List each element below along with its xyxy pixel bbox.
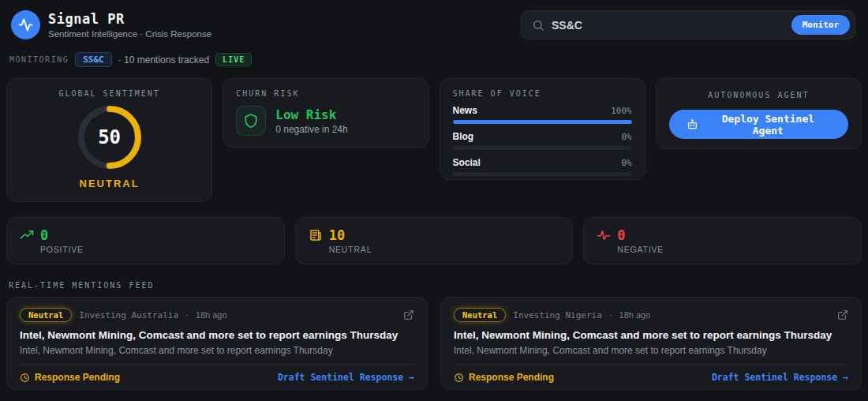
newspaper-icon [309, 228, 323, 242]
mention-source: Investing Australia [79, 310, 178, 320]
negative-label: NEGATIVE [617, 245, 664, 254]
sov-channel-pct: 0% [622, 132, 632, 142]
draft-response-link[interactable]: Draft Sentinel Response → [712, 372, 848, 383]
app-logo [11, 10, 40, 39]
sentiment-badge: Neutral [20, 308, 72, 322]
draft-response-link[interactable]: Draft Sentinel Response → [278, 372, 414, 383]
sov-bar-track [453, 172, 632, 176]
sentiment-gauge: 50 [77, 104, 143, 171]
churn-risk-level: Low Risk [275, 107, 347, 122]
external-link-icon[interactable] [837, 309, 848, 320]
churn-risk-title: CHURN RISK [236, 89, 415, 98]
search-input[interactable] [552, 19, 791, 32]
mention-title: Intel, Newmont Mining, Comcast and more … [20, 329, 414, 341]
shield-iconbox [236, 106, 266, 136]
live-badge: LIVE [215, 53, 252, 66]
monitor-button[interactable]: Monitor [791, 15, 850, 35]
sov-channel-label: Social [453, 157, 481, 168]
mention-card: Neutral Investing Australia · 18h ago In… [6, 297, 428, 390]
separator-dot: · [185, 310, 189, 320]
feed-section-title: REAL-TIME MENTIONS FEED [9, 281, 862, 290]
mentions-tracked-text: · 10 mentions tracked [118, 54, 209, 66]
search-icon [532, 19, 544, 32]
clock-icon [20, 373, 30, 383]
autonomous-agent-card: AUTONOMOUS AGENT Deploy Sentinel Agent [656, 78, 862, 149]
churn-risk-card: CHURN RISK Low Risk 0 negative in 24h [223, 78, 428, 148]
app-header: Signal PR Sentiment Intelligence · Crisi… [0, 0, 868, 46]
sentiment-badge: Neutral [454, 308, 506, 322]
global-sentiment-title: GLOBAL SENTIMENT [17, 89, 201, 98]
page-title: Signal PR [48, 11, 211, 27]
positive-stat-card: 0 POSITIVE [6, 217, 285, 264]
sov-row-news: News 100% [453, 105, 632, 124]
positive-label: POSITIVE [40, 245, 84, 254]
mention-title: Intel, Newmont Mining, Comcast and more … [454, 329, 848, 341]
sov-bar-fill [453, 120, 632, 124]
churn-risk-detail: 0 negative in 24h [275, 124, 347, 135]
response-pending-label: Response Pending [469, 372, 554, 383]
monitoring-label: MONITORING [9, 55, 69, 64]
negative-count: 0 [617, 227, 625, 243]
neutral-label: NEUTRAL [329, 245, 372, 254]
page-subtitle: Sentiment Intelligence · Crisis Response [48, 29, 211, 39]
response-pending-label: Response Pending [35, 372, 120, 383]
neutral-stat-card: 10 NEUTRAL [295, 217, 574, 264]
mention-time: 18h ago [619, 310, 651, 320]
negative-stat-card: 0 NEGATIVE [583, 217, 862, 264]
sov-row-blog: Blog 0% [453, 131, 632, 150]
positive-count: 0 [40, 227, 48, 243]
clock-icon [454, 373, 464, 383]
mention-description: Intel, Newmont Mining, Comcast and more … [20, 345, 414, 356]
mention-source: Investing Nigeria [513, 310, 602, 320]
trending-up-icon [20, 228, 34, 242]
mention-description: Intel, Newmont Mining, Comcast and more … [454, 345, 848, 356]
deploy-sentinel-agent-button[interactable]: Deploy Sentinel Agent [669, 110, 848, 139]
mention-time: 18h ago [196, 310, 227, 320]
mention-card: Neutral Investing Nigeria · 18h ago Inte… [440, 297, 862, 390]
neutral-count: 10 [329, 227, 345, 243]
autonomous-agent-title: AUTONOMOUS AGENT [669, 91, 848, 99]
sov-bar-track [453, 120, 632, 124]
share-of-voice-title: SHARE OF VOICE [453, 89, 632, 98]
share-of-voice-card: SHARE OF VOICE News 100% Blog 0% Social … [440, 78, 645, 180]
sov-row-social: Social 0% [453, 157, 632, 176]
sov-channel-pct: 0% [622, 158, 632, 168]
sov-channel-pct: 100% [611, 106, 632, 116]
sov-channel-label: News [453, 105, 477, 116]
separator-dot: · [609, 310, 612, 320]
shield-icon [243, 113, 259, 129]
pulse-icon [597, 228, 611, 242]
search-bar: Monitor [521, 10, 855, 39]
pulse-icon [18, 17, 33, 32]
robot-icon [687, 118, 698, 130]
sov-bar-track [453, 146, 632, 150]
monitoring-bar: MONITORING SS&C · 10 mentions tracked LI… [0, 46, 868, 72]
deploy-button-label: Deploy Sentinel Agent [705, 113, 831, 137]
sentiment-score: 50 [77, 104, 143, 171]
ticker-badge[interactable]: SS&C [75, 52, 112, 67]
global-sentiment-card: GLOBAL SENTIMENT 50 NEUTRAL [6, 78, 212, 202]
sov-channel-label: Blog [453, 131, 474, 142]
external-link-icon[interactable] [403, 309, 414, 320]
sentiment-status: NEUTRAL [17, 178, 201, 189]
